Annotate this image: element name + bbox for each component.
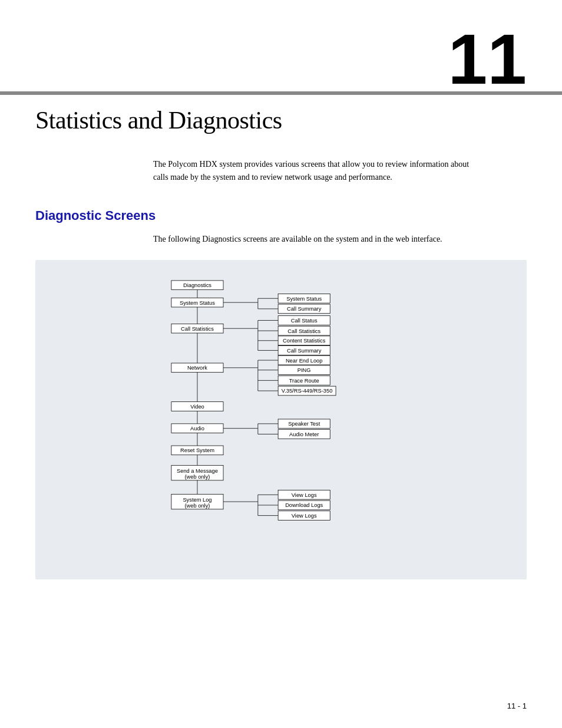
node-audio-label: Audio <box>190 426 204 431</box>
node-net-near-end-loop-label: Near End Loop <box>286 358 323 364</box>
node-ss-system-status-label: System Status <box>286 296 322 302</box>
node-call-statistics-label: Call Statistics <box>181 326 214 332</box>
node-system-log-label1: System Log <box>183 497 211 503</box>
node-reset-system-label: Reset System <box>180 447 214 453</box>
page-container: 11 Statistics and Diagnostics The Polyco… <box>0 0 562 728</box>
section-title: Diagnostic Screens <box>35 208 527 223</box>
node-cs-call-statistics-label: Call Statistics <box>287 328 320 334</box>
node-syslog-view-logs1-label: View Logs <box>292 492 317 498</box>
node-net-v35-label: V.35/RS-449/RS-350 <box>282 388 332 394</box>
diagram-inner: Diagnostics System Status System Status <box>163 278 399 562</box>
node-diagnostics-label: Diagnostics <box>183 282 211 288</box>
node-network-label: Network <box>187 365 207 371</box>
node-send-message-label1: Send a Message <box>177 468 218 474</box>
tree-diagram: Diagnostics System Status System Status <box>163 278 399 561</box>
chapter-title: Statistics and Diagnostics <box>35 106 527 134</box>
section-intro: The following Diagnostics screens are av… <box>153 233 483 246</box>
node-audio-audio-meter-label: Audio Meter <box>289 431 319 437</box>
node-ss-call-summary-label: Call Summary <box>287 306 322 312</box>
node-cs-call-status-label: Call Status <box>291 318 318 324</box>
diagram-container: Diagnostics System Status System Status <box>35 260 527 579</box>
node-send-message-label2: (web only) <box>185 475 210 480</box>
node-cs-call-summary-label: Call Summary <box>287 348 322 354</box>
node-video-label: Video <box>190 404 204 410</box>
node-audio-speaker-test-label: Speaker Test <box>288 421 320 427</box>
node-system-status-label: System Status <box>180 300 215 306</box>
node-net-trace-route-label: Trace Route <box>289 378 319 384</box>
page-footer: 11 - 1 <box>507 701 527 710</box>
node-syslog-view-logs2-label: View Logs <box>292 513 317 519</box>
node-net-ping-label: PING <box>297 367 311 373</box>
page-number: 11 - 1 <box>507 701 527 710</box>
node-cs-content-statistics-label: Content Statistics <box>283 338 326 344</box>
node-syslog-download-logs-label: Download Logs <box>285 503 323 509</box>
chapter-number: 11 <box>448 24 527 94</box>
intro-text: The Polycom HDX system provides various … <box>153 158 483 185</box>
node-system-log-label2: (web only) <box>185 503 210 509</box>
main-content: Statistics and Diagnostics The Polycom H… <box>35 100 527 579</box>
